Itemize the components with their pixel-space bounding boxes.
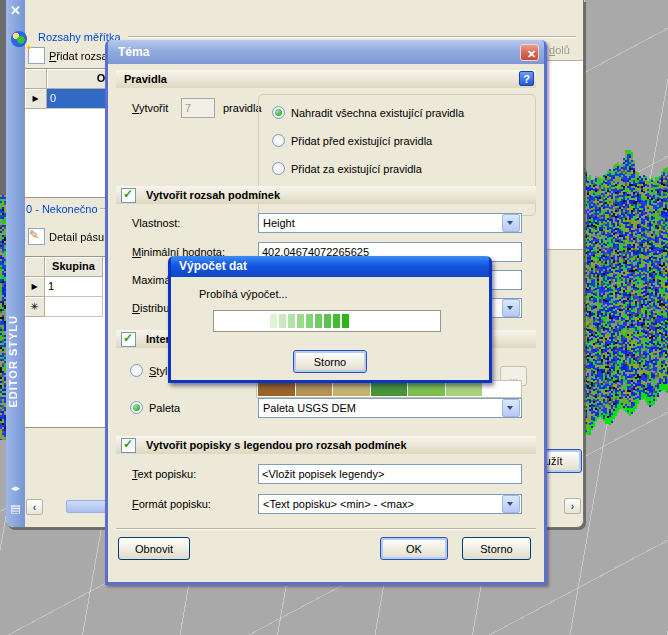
legend-text-input[interactable] [258, 464, 522, 484]
option-label: Nahradit všechna existující pravidla [291, 107, 464, 119]
radio-icon[interactable] [130, 401, 143, 414]
legend-format-combo[interactable]: <Text popisku> <min> - <max> [258, 494, 522, 514]
style-option-label: Styl [149, 365, 167, 377]
application-window: ✕ EDITOR STYLU ◂▸ ▤ Rozsahy měřítka ✦ Př… [0, 0, 668, 635]
radio-icon[interactable] [272, 106, 285, 119]
terrain-render [583, 148, 668, 438]
option-replace-rules[interactable]: Nahradit všechna existující pravidla [272, 106, 464, 119]
legend-header-label: Vytvořit popisky s legendou pro rozsah p… [146, 439, 407, 451]
progress-bar [213, 310, 441, 332]
option-add-after-rules[interactable]: Přidat za existující pravidla [272, 162, 422, 175]
option-label: Přidat za existující pravidla [291, 163, 422, 175]
chevron-down-icon[interactable] [502, 214, 520, 232]
progress-block [306, 314, 313, 328]
scroll-left-icon[interactable]: ‹ [26, 499, 43, 515]
progress-block [279, 314, 286, 328]
style-swatch [446, 382, 483, 396]
new-row-marker: ✳ [25, 297, 45, 317]
add-range-icon: ✦ [28, 47, 45, 64]
property-label: Vlastnost: [132, 217, 180, 229]
progress-block [342, 314, 349, 328]
chevron-down-icon[interactable] [502, 399, 520, 417]
color-section-checkbox[interactable] [121, 332, 136, 347]
palette-value: Paleta USGS DEM [259, 402, 501, 414]
group-cell[interactable]: 1 [45, 277, 103, 297]
rules-section-header: Pravidla ? [116, 70, 536, 88]
progress-dialog: Výpočet dat Probíhá výpočet... Storno [168, 256, 492, 383]
create-suffix-label: pravidla [223, 102, 262, 114]
help-icon[interactable]: ? [519, 71, 534, 86]
progress-block [270, 314, 277, 328]
ok-button[interactable]: OK [380, 537, 448, 560]
row-marker: ▶ [25, 277, 45, 297]
add-range-button[interactable]: ✦ Přidat rozsah [28, 47, 114, 64]
scroll-right-icon[interactable]: › [564, 498, 581, 514]
column-header-skupina: Skupina [45, 257, 103, 277]
progress-cancel-button[interactable]: Storno [293, 350, 367, 373]
style-swatch [408, 382, 445, 396]
style-editor-titlebar[interactable]: ✕ EDITOR STYLU ◂▸ ▤ [6, 0, 25, 527]
chevron-down-icon[interactable] [502, 495, 520, 513]
progress-message: Probíhá výpočet... [199, 288, 288, 300]
move-down-label-fragment: dolů [549, 44, 570, 56]
option-add-before-rules[interactable]: Přidat před existující pravidla [272, 134, 432, 147]
group-cell-new[interactable] [45, 297, 103, 317]
close-icon[interactable]: ✕ [520, 44, 539, 61]
row-marker: ▶ [25, 89, 47, 109]
radio-icon[interactable] [272, 162, 285, 175]
theme-dialog-title: Téma [118, 45, 149, 59]
theme-dialog-titlebar[interactable]: Téma ✕ [108, 40, 544, 64]
chevron-down-icon[interactable] [502, 299, 520, 317]
preview-panel-fragment [541, 60, 584, 250]
range-section-header: Vytvořit rozsah podmínek [116, 186, 536, 204]
cancel-button[interactable]: Storno [462, 537, 531, 560]
refresh-button[interactable]: Obnovit [118, 537, 190, 560]
range-infinity-label: 0 - Nekonečno [26, 203, 98, 215]
progress-block [324, 314, 331, 328]
palette-option-label: Paleta [149, 402, 180, 414]
close-icon[interactable]: ✕ [9, 4, 22, 17]
edit-pencil-icon: ✎ [28, 228, 45, 245]
progress-blocks [270, 314, 351, 328]
style-option[interactable]: Styl [130, 364, 167, 377]
legend-text-label: Text popisku: [132, 468, 196, 480]
create-label: Vytvořit [132, 102, 168, 114]
autohide-arrows-icon[interactable]: ◂▸ [8, 481, 23, 495]
legend-section-header: Vytvořit popisky s legendou pro rozsah p… [116, 436, 536, 454]
table-corner-cell [25, 69, 47, 89]
radio-icon[interactable] [130, 364, 143, 377]
legend-format-value: <Text popisku> <min> - <max> [259, 498, 501, 510]
progress-block [333, 314, 340, 328]
range-section-checkbox[interactable] [121, 188, 136, 203]
style-swatch [296, 382, 333, 396]
range-header-label: Vytvořit rozsah podmínek [146, 189, 280, 201]
style-swatch [371, 382, 408, 396]
divider [116, 528, 536, 530]
radio-icon[interactable] [272, 134, 285, 147]
progress-block [288, 314, 295, 328]
progress-block [315, 314, 322, 328]
rule-count-input[interactable] [181, 98, 215, 118]
property-combo[interactable]: Height [258, 213, 522, 233]
palette-combo[interactable]: Paleta USGS DEM [258, 398, 522, 418]
progress-block [297, 314, 304, 328]
option-label: Přidat před existující pravidla [291, 135, 432, 147]
divider [128, 36, 576, 38]
group-table: Skupina ▶ 1 ✳ [24, 256, 108, 428]
panel-menu-icon[interactable]: ▤ [8, 501, 23, 515]
table-corner-cell [25, 257, 45, 277]
progress-dialog-titlebar[interactable]: Výpočet dat [171, 256, 489, 277]
property-value: Height [259, 217, 501, 229]
style-swatch [333, 382, 370, 396]
progress-dialog-title: Výpočet dat [179, 259, 247, 273]
band-detail-label: Detail pásu [49, 231, 104, 243]
legend-section-checkbox[interactable] [121, 438, 136, 453]
map-theme-icon [8, 28, 10, 42]
band-detail-button[interactable]: ✎ Detail pásu [28, 228, 104, 245]
style-swatch [258, 382, 295, 396]
palette-option[interactable]: Paleta [130, 401, 180, 414]
legend-format-label: Formát popisku: [132, 498, 211, 510]
rules-header-label: Pravidla [124, 73, 167, 85]
style-editor-title: EDITOR STYLU [7, 315, 19, 407]
style-swatch [483, 382, 520, 396]
